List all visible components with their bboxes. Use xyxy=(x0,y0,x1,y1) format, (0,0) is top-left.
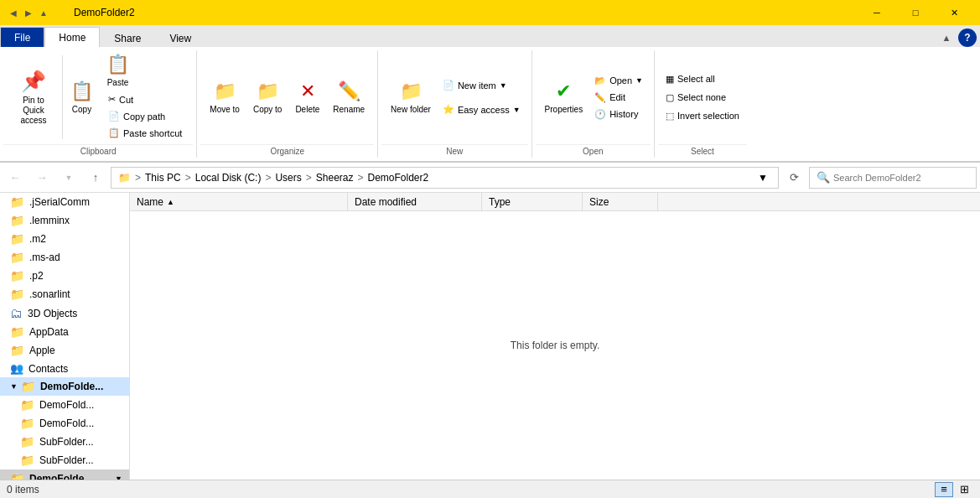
nav-item-m2[interactable]: 📁 .m2 xyxy=(0,230,129,248)
close-button[interactable]: ✕ xyxy=(935,0,973,25)
folder-icon-demofolde2: 📁 xyxy=(10,472,24,480)
invert-icon: ⬚ xyxy=(666,111,674,122)
open-icon: 📂 xyxy=(594,75,606,86)
folder-icon-jserialcomm: 📁 xyxy=(10,195,24,209)
col-name[interactable]: Name ▲ xyxy=(130,193,348,210)
path-sheeraz[interactable]: Sheeraz xyxy=(316,172,354,184)
properties-button[interactable]: ✔ Properties xyxy=(539,70,589,125)
move-to-icon: 📁 xyxy=(214,80,236,102)
select-none-button[interactable]: ▢ Select none xyxy=(661,89,744,106)
cut-button[interactable]: ✂ Cut xyxy=(104,91,186,107)
nav-item-demofolder[interactable]: ▼ 📁 DemoFolde... xyxy=(0,377,129,396)
back-arrow[interactable]: ◀ xyxy=(7,6,20,19)
nav-item-subfolder1[interactable]: 📁 SubFolder... xyxy=(0,433,129,451)
copy-path-button[interactable]: 📄 Copy path xyxy=(104,108,186,124)
rename-button[interactable]: ✏️ Rename xyxy=(327,70,371,125)
col-size[interactable]: Size xyxy=(583,193,658,210)
nav-item-apple[interactable]: 📁 Apple xyxy=(0,341,129,360)
col-type[interactable]: Type xyxy=(482,193,583,210)
forward-button[interactable]: → xyxy=(30,166,54,189)
nav-item-ms-ad[interactable]: 📁 .ms-ad xyxy=(0,248,129,267)
nav-item-sonarlint[interactable]: 📁 .sonarlint xyxy=(0,285,129,303)
folder-icon-demofold2: 📁 xyxy=(20,398,34,412)
edit-icon: ✏️ xyxy=(594,92,606,103)
new-item-button[interactable]: 📄 New item ▼ xyxy=(438,74,525,97)
nav-item-appdata[interactable]: 📁 AppData xyxy=(0,323,129,341)
select-all-button[interactable]: ▦ Select all xyxy=(661,70,744,87)
path-users[interactable]: Users xyxy=(275,172,301,184)
recent-button[interactable]: ▼ xyxy=(57,166,80,189)
nav-item-contacts[interactable]: 👥 Contacts xyxy=(0,360,129,377)
minimize-button[interactable]: ─ xyxy=(858,0,896,25)
col-date[interactable]: Date modified xyxy=(348,193,482,210)
easy-access-button[interactable]: ⭐ Easy access ▼ xyxy=(438,98,525,122)
paste-small-group: ✂ Cut 📄 Copy path 📋 Paste shortcut xyxy=(101,90,189,143)
cut-icon: ✂ xyxy=(108,94,116,105)
paste-button[interactable]: 📋 Paste xyxy=(101,52,135,89)
tab-view[interactable]: View xyxy=(155,29,205,47)
path-folder[interactable]: DemoFolder2 xyxy=(368,172,429,184)
search-input[interactable] xyxy=(833,173,969,183)
title-bar: ◀ ▶ ▲ DemoFolder2 ─ □ ✕ xyxy=(0,0,980,25)
nav-item-lemminx[interactable]: 📁 .lemminx xyxy=(0,211,129,230)
separator-1 xyxy=(62,55,63,139)
large-icons-view-btn[interactable]: ⊞ xyxy=(955,482,973,497)
up-directory-button[interactable]: ↑ xyxy=(84,166,107,189)
new-folder-button[interactable]: 📁 New folder xyxy=(385,70,437,125)
nav-item-jserialcomm[interactable]: 📁 .jSerialComm xyxy=(0,193,129,211)
tab-share[interactable]: Share xyxy=(100,29,155,47)
tab-home[interactable]: Home xyxy=(44,27,100,47)
nav-item-demofold2[interactable]: 📁 DemoFold... xyxy=(0,396,129,414)
new-small-group: 📄 New item ▼ ⭐ Easy access ▼ xyxy=(438,74,525,122)
search-icon: 🔍 xyxy=(817,171,830,184)
left-nav: 📁 .jSerialComm 📁 .lemminx 📁 .m2 📁 .ms-ad… xyxy=(0,193,130,480)
edit-button[interactable]: ✏️ Edit xyxy=(590,90,647,106)
ribbon-collapse-btn[interactable]: ▲ xyxy=(938,29,955,46)
select-small-group: ▦ Select all ▢ Select none ⬚ Invert sele… xyxy=(661,70,744,124)
back-button[interactable]: ← xyxy=(3,166,27,189)
tab-file[interactable]: File xyxy=(0,27,44,47)
nav-item-3dobjects[interactable]: 🗂 3D Objects xyxy=(0,303,129,323)
forward-arrow[interactable]: ▶ xyxy=(22,6,35,19)
copy-button[interactable]: 📋 Copy xyxy=(65,72,99,122)
paste-icon: 📋 xyxy=(106,54,129,75)
open-label: Open xyxy=(536,144,651,158)
path-local-disk[interactable]: Local Disk (C:) xyxy=(195,172,262,184)
group-open: ✔ Properties 📂 Open ▼ ✏️ Edit � xyxy=(532,50,655,158)
delete-button[interactable]: ✕ Delete xyxy=(289,70,325,125)
pin-quick-access-button[interactable]: 📌 Pin to Quick access xyxy=(7,70,60,125)
up-arrow[interactable]: ▲ xyxy=(37,6,50,19)
nav-item-demofold3[interactable]: 📁 DemoFold... xyxy=(0,414,129,433)
invert-selection-button[interactable]: ⬚ Invert selection xyxy=(661,107,744,124)
nav-item-p2[interactable]: 📁 .p2 xyxy=(0,267,129,285)
address-path[interactable]: 📁 > This PC > Local Disk (C:) > Users > … xyxy=(111,167,779,189)
path-this-pc[interactable]: This PC xyxy=(145,172,181,184)
address-bar: ← → ▼ ↑ 📁 > This PC > Local Disk (C:) > … xyxy=(0,163,980,193)
col-name-label: Name xyxy=(137,196,163,208)
copy-path-icon: 📄 xyxy=(108,111,120,122)
details-view-btn[interactable]: ≡ xyxy=(935,482,953,497)
folder-icon xyxy=(55,7,69,18)
help-button[interactable]: ? xyxy=(958,29,977,47)
copy-icon: 📋 xyxy=(70,80,93,102)
nav-label-lemminx: .lemminx xyxy=(29,215,70,226)
nav-label-m2: .m2 xyxy=(29,233,46,245)
move-to-button[interactable]: 📁 Move to xyxy=(204,70,246,125)
easy-access-icon: ⭐ xyxy=(443,104,454,115)
nav-item-demofolde2[interactable]: 📁 DemoFolde... ▼ xyxy=(0,469,129,480)
copy-to-button[interactable]: 📁 Copy to xyxy=(247,70,288,125)
nav-label-apple: Apple xyxy=(29,345,55,356)
col-size-label: Size xyxy=(589,196,609,208)
select-none-icon: ▢ xyxy=(666,92,674,103)
refresh-button[interactable]: ⟳ xyxy=(782,166,806,189)
paste-group: 📋 Paste ✂ Cut 📄 Copy path 📋 xyxy=(101,52,189,143)
open-button[interactable]: 📂 Open ▼ xyxy=(590,73,647,89)
address-dropdown-btn[interactable]: ▼ xyxy=(754,172,771,184)
history-button[interactable]: 🕐 History xyxy=(590,106,647,122)
nav-item-subfolder2[interactable]: 📁 SubFolder... xyxy=(0,451,129,469)
maximize-button[interactable]: □ xyxy=(896,0,935,25)
paste-shortcut-button[interactable]: 📋 Paste shortcut xyxy=(104,125,186,141)
title-bar-arrows: ◀ ▶ ▲ xyxy=(7,6,50,19)
new-item-icon: 📄 xyxy=(443,80,454,91)
nav-label-subfolder2: SubFolder... xyxy=(39,454,94,466)
